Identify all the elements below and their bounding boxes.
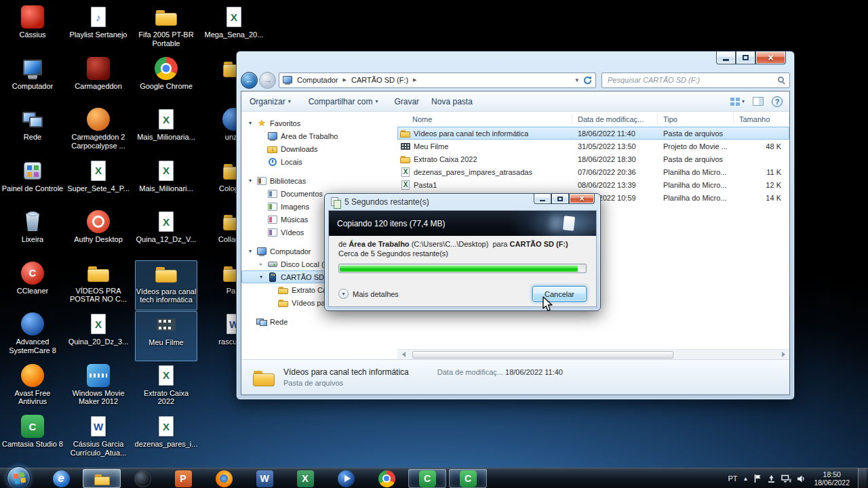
desktop-icon-mais-milionari[interactable]: Mais_Milionari...: [135, 158, 197, 208]
burn-button[interactable]: Gravar: [394, 97, 419, 106]
breadcrumb-arrow-icon[interactable]: ▶: [342, 77, 347, 83]
file-row-dezenas-pares-impares-atrasadas[interactable]: dezenas_pares_impares_atrasadas07/06/202…: [397, 165, 789, 178]
search-input[interactable]: [602, 73, 789, 87]
more-details-toggle[interactable]: ▾Mais detalhes: [338, 289, 399, 299]
clock[interactable]: 18:50 18/06/2022: [814, 470, 850, 487]
taskbar-button-media-player[interactable]: [327, 469, 365, 488]
desktop-icon-camtasia-studio-8[interactable]: Camtasia Studio 8: [1, 413, 64, 464]
start-button[interactable]: [7, 466, 31, 488]
desktop-icon-computador[interactable]: Computador: [1, 56, 64, 106]
desktop-icon-quina-20-dz-3[interactable]: Quina_20_Dz_3...: [67, 311, 130, 361]
desktop-icon-fifa-2005-pt-br-portable[interactable]: Fifa 2005 PT-BR Portable: [135, 4, 197, 54]
desktop-icon-c-ssius-garcia-curr-culo-atua[interactable]: Cássius Garcia Currículo_Atua...: [67, 413, 130, 464]
expander-icon[interactable]: ▾: [247, 248, 254, 254]
taskbar-button-media-player-classic[interactable]: [123, 469, 161, 488]
desktop-icon-advanced-systemcare-8[interactable]: Advanced SystemCare 8: [1, 311, 64, 361]
address-dropdown-icon[interactable]: ▾: [572, 77, 581, 83]
views-button[interactable]: ▾: [730, 98, 745, 106]
taskbar-button-internet-explorer[interactable]: [42, 469, 80, 488]
breadcrumb-cartao-sd[interactable]: CARTÃO SD (F:): [349, 75, 411, 85]
desktop-background[interactable]: CássiusComputadorRedePainel de ControleL…: [0, 0, 868, 488]
refresh-icon[interactable]: [583, 75, 593, 85]
language-indicator[interactable]: PT: [728, 474, 737, 483]
tree-item-downloads[interactable]: Downloads: [241, 142, 397, 155]
taskbar-button-powerpoint[interactable]: [164, 469, 202, 488]
desktop-icon-painel-de-controle[interactable]: Painel de Controle: [1, 158, 64, 208]
search-box[interactable]: [601, 73, 790, 88]
cancel-button[interactable]: Cancelar: [532, 286, 587, 302]
share-with-button[interactable]: Compartilhar com▾: [309, 97, 378, 106]
file-row-v-deos-para-canal-tech-inform-tica[interactable]: Vídeos para canal tech informática18/06/…: [397, 127, 789, 140]
horizontal-scrollbar[interactable]: [397, 349, 789, 359]
desktop-icon-google-chrome[interactable]: Google Chrome: [135, 56, 197, 106]
desktop-icon-super-sete-4-p[interactable]: Super_Sete_4_P...: [67, 158, 130, 208]
desktop-icon-avast-free-antivirus[interactable]: Avast Free Antivirus: [1, 363, 64, 413]
tree-item-favoritos[interactable]: ▾Favoritos: [241, 117, 397, 129]
desktop-icon-extrato-caixa-2022[interactable]: Extrato Caixa 2022: [135, 363, 197, 413]
column-header-tamanho[interactable]: Tamanho: [734, 115, 789, 125]
action-center-icon[interactable]: [753, 474, 762, 483]
column-header-data-modificacao[interactable]: Data de modificaç...: [572, 115, 658, 125]
network-icon[interactable]: [781, 474, 791, 483]
scroll-left-button[interactable]: [397, 350, 408, 359]
desktop-icon-ccleaner[interactable]: CCleaner: [1, 260, 64, 310]
desktop-icon-authy-desktop[interactable]: Authy Desktop: [67, 209, 130, 259]
tree-item-bibliotecas[interactable]: ▾Bibliotecas: [241, 174, 397, 187]
tree-item-rede[interactable]: Rede: [241, 315, 397, 328]
desktop-icon-v-deos-pra-postar-no-c[interactable]: VÍDEOS PRA POSTAR NO C...: [67, 260, 130, 310]
dialog-close-button[interactable]: ×: [569, 194, 595, 204]
hidden-icons-arrow[interactable]: ▲: [743, 476, 749, 482]
close-button[interactable]: ×: [755, 52, 786, 64]
back-button[interactable]: ←: [241, 72, 258, 89]
desktop-icon-v-deos-para-canal-tech-inform-tica[interactable]: Vídeos para canal tech informática: [135, 260, 197, 310]
desktop-icon-carmageddon[interactable]: Carmageddon: [67, 56, 130, 106]
desktop-icon-mega-sena-20[interactable]: Mega_Sena_20...: [203, 4, 265, 54]
dialog-minimize-button[interactable]: [534, 194, 551, 204]
taskbar-button-firefox[interactable]: [205, 469, 243, 488]
dialog-titlebar[interactable]: 5 Segundos restante(s) ×: [325, 194, 600, 210]
desktop-icon-quina-12-dz-v[interactable]: Quina_12_Dz_V...: [135, 209, 197, 259]
expander-icon[interactable]: ▾: [258, 274, 264, 280]
desktop-icon-dezenas-pares-i[interactable]: dezenas_pares_i...: [135, 413, 197, 464]
scroll-right-button[interactable]: [778, 350, 789, 359]
taskbar-button-word[interactable]: [245, 469, 283, 488]
desktop-icon-c-ssius[interactable]: Cássius: [1, 4, 64, 54]
breadcrumb-computador[interactable]: Computador: [294, 75, 341, 85]
expander-icon[interactable]: ▾: [247, 120, 254, 126]
forward-button[interactable]: →: [259, 72, 276, 89]
taskbar-button-camtasia-recorder[interactable]: [408, 469, 446, 488]
help-icon[interactable]: ?: [772, 96, 783, 107]
dialog-maximize-button[interactable]: [551, 194, 569, 204]
breadcrumb-arrow-icon[interactable]: ▶: [412, 77, 417, 83]
safely-remove-icon[interactable]: [767, 474, 776, 483]
volume-icon[interactable]: [797, 474, 806, 483]
desktop-icon-playlist-sertanejo[interactable]: Playlist Sertanejo: [67, 4, 130, 54]
taskbar-button-camtasia-studio[interactable]: [449, 469, 487, 488]
search-icon[interactable]: [778, 77, 784, 83]
desktop-icon-rede[interactable]: Rede: [1, 106, 64, 157]
desktop-icon-windows-movie-maker-2012[interactable]: Windows Movie Maker 2012: [67, 363, 130, 413]
minimize-button[interactable]: [716, 52, 736, 64]
new-folder-button[interactable]: Nova pasta: [431, 97, 473, 106]
file-row-pasta1[interactable]: Pasta108/06/2022 13:39Planilha do Micro.…: [397, 178, 789, 191]
organize-button[interactable]: Organizar▾: [250, 97, 291, 106]
desktop-icon-mais-milionaria[interactable]: Mais_Milionaria...: [135, 106, 197, 157]
column-header-nome[interactable]: Nome: [397, 115, 572, 125]
taskbar-button-windows-explorer[interactable]: [83, 469, 121, 488]
expander-icon[interactable]: ▾: [247, 178, 254, 184]
maximize-button[interactable]: [736, 52, 755, 64]
taskbar-button-excel[interactable]: [286, 469, 324, 488]
taskbar-button-chrome[interactable]: [368, 469, 406, 488]
tree-item-rea-de-trabalho[interactable]: Área de Trabalho: [241, 129, 397, 142]
tree-item-locais[interactable]: Locais: [241, 155, 397, 168]
desktop-icon-carmageddon-2-carpocalypse[interactable]: Carmageddon 2 Carpocalypse ...: [67, 106, 130, 157]
column-header-tipo[interactable]: Tipo: [658, 115, 734, 125]
scrollbar-thumb[interactable]: [412, 351, 673, 359]
expander-icon[interactable]: ▸: [258, 261, 264, 267]
show-desktop-button[interactable]: [858, 468, 867, 488]
desktop-icon-lixeira[interactable]: Lixeira: [1, 209, 64, 259]
address-bar[interactable]: Computador ▶ CARTÃO SD (F:) ▶ ▾: [279, 73, 596, 88]
file-row-meu-filme[interactable]: Meu Filme31/05/2022 13:50Projeto do Movi…: [397, 140, 789, 152]
desktop-icon-meu-filme[interactable]: Meu Filme: [135, 311, 197, 361]
file-row-extrato-caixa-2022[interactable]: Extrato Caixa 202218/06/2022 18:30Pasta …: [397, 152, 789, 165]
